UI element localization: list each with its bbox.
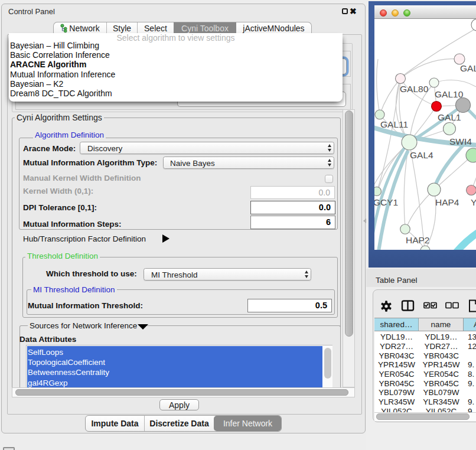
svg-text:GAL10: GAL10	[435, 89, 464, 99]
svg-text:HAP4: HAP4	[435, 197, 459, 207]
svg-text:GCY1: GCY1	[374, 197, 398, 207]
svg-text:HAP2: HAP2	[406, 235, 430, 245]
svg-text:GAL1: GAL1	[438, 112, 461, 122]
svg-text:SWI4: SWI4	[449, 136, 472, 146]
svg-text:YD: YD	[471, 197, 476, 207]
svg-text:GAL7: GAL7	[460, 63, 476, 73]
svg-text:GAL80: GAL80	[400, 84, 429, 94]
svg-text:GAL11: GAL11	[380, 119, 408, 129]
svg-text:GAL4: GAL4	[410, 150, 433, 160]
